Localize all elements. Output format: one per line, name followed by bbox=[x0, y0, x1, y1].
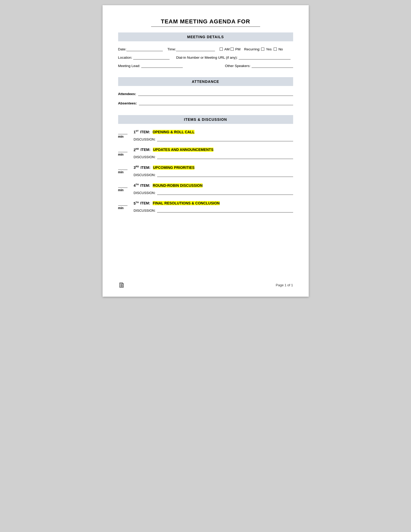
location-field[interactable] bbox=[133, 55, 170, 59]
item-2-min-col: min bbox=[118, 148, 134, 156]
item-1-min-label: min bbox=[118, 135, 124, 138]
item-1-min-line[interactable] bbox=[118, 130, 127, 134]
title-underline bbox=[151, 26, 260, 27]
brand-icon: 🗎 bbox=[118, 281, 125, 289]
item-3-content: 3RD ITEM: UPCOMING PRIORITIES DISCUSSION… bbox=[134, 165, 293, 177]
item-1-min-col: min bbox=[118, 130, 134, 138]
item-5-title: 5TH ITEM: FINAL RESOLUTIONS & CONCLUSION bbox=[134, 201, 293, 205]
item-3-discussion-field[interactable] bbox=[157, 172, 293, 177]
agenda-item-2: min 2ND ITEM: UPDATES AND ANNOUNCEMENTS … bbox=[118, 148, 293, 159]
absentees-row: Absentees: bbox=[118, 101, 293, 105]
item-4-content: 4TH ITEM: ROUND-ROBIN DISCUSSION DISCUSS… bbox=[134, 183, 293, 195]
item-2-min-label: min bbox=[118, 153, 124, 156]
item-4-min-label: min bbox=[118, 188, 124, 192]
attendees-label: Attendees: bbox=[118, 92, 136, 96]
item-3-name: UPCOMING PRIORITIES bbox=[153, 165, 194, 170]
item-5-min-col: min bbox=[118, 201, 134, 210]
item-1-colon: ITEM: bbox=[139, 130, 151, 134]
item-2-discussion: DISCUSSION: bbox=[134, 154, 293, 159]
yes-checkbox-group: Yes bbox=[261, 47, 272, 51]
meeting-details-header: MEETING DETAILS bbox=[118, 32, 293, 41]
item-1-name: OPENING & ROLL CALL bbox=[153, 130, 195, 134]
item-2-discussion-field[interactable] bbox=[157, 154, 293, 159]
meeting-lead-field[interactable] bbox=[141, 64, 183, 68]
item-1-title: 1ST ITEM: OPENING & ROLL CALL bbox=[134, 130, 293, 134]
item-5-min-line[interactable] bbox=[118, 202, 127, 206]
date-label: Date: bbox=[118, 47, 126, 51]
time-field[interactable] bbox=[176, 47, 215, 51]
agenda-item-5: min 5TH ITEM: FINAL RESOLUTIONS & CONCLU… bbox=[118, 201, 293, 213]
item-2-number: 2ND bbox=[134, 148, 139, 152]
item-1-discussion: DISCUSSION: bbox=[134, 137, 293, 141]
yes-label: Yes bbox=[266, 47, 272, 51]
item-2-content: 2ND ITEM: UPDATES AND ANNOUNCEMENTS DISC… bbox=[134, 148, 293, 159]
dialin-field[interactable] bbox=[239, 55, 291, 59]
no-checkbox-group: No bbox=[274, 47, 283, 51]
item-1-content: 1ST ITEM: OPENING & ROLL CALL DISCUSSION… bbox=[134, 130, 293, 141]
items-discussion-header: ITEMS & DISCUSSION bbox=[118, 115, 293, 124]
date-time-row: Date: Time: AM PM Recurring: Yes No bbox=[118, 47, 293, 51]
attendance-block: Attendees: Absentees: bbox=[118, 90, 293, 112]
absentees-label: Absentees: bbox=[118, 101, 137, 105]
dialin-label: Dial-in Number or Meeting URL (if any): bbox=[176, 56, 238, 59]
recurring-label: Recurring: bbox=[244, 47, 260, 51]
agenda-item-3: min 3RD ITEM: UPCOMING PRIORITIES DISCUS… bbox=[118, 165, 293, 177]
item-3-colon: ITEM: bbox=[139, 165, 151, 170]
pm-label: PM bbox=[235, 47, 240, 51]
item-3-min-line[interactable] bbox=[118, 166, 127, 170]
lead-speakers-row: Meeting Lead: Other Speakers: bbox=[118, 64, 293, 68]
yes-checkbox[interactable] bbox=[261, 48, 264, 51]
item-5-discussion-field[interactable] bbox=[157, 208, 293, 212]
item-1-discussion-field[interactable] bbox=[157, 137, 293, 141]
location-row: Location: Dial-in Number or Meeting URL … bbox=[118, 55, 293, 59]
attendees-field[interactable] bbox=[138, 91, 293, 96]
other-speakers-field[interactable] bbox=[252, 64, 293, 68]
item-5-discussion-label: DISCUSSION: bbox=[134, 209, 156, 212]
item-4-number: 4TH bbox=[134, 183, 139, 188]
item-5-content: 5TH ITEM: FINAL RESOLUTIONS & CONCLUSION… bbox=[134, 201, 293, 213]
item-4-discussion-field[interactable] bbox=[157, 190, 293, 195]
item-2-min-line[interactable] bbox=[118, 148, 127, 152]
document-page: TEAM MEETING AGENDA FOR MEETING DETAILS … bbox=[103, 5, 309, 297]
item-4-min-line[interactable] bbox=[118, 184, 127, 188]
item-3-title: 3RD ITEM: UPCOMING PRIORITIES bbox=[134, 165, 293, 170]
absentees-field[interactable] bbox=[139, 101, 293, 105]
page-number: Page 1 of 1 bbox=[276, 283, 293, 287]
no-checkbox[interactable] bbox=[274, 48, 277, 51]
item-4-title: 4TH ITEM: ROUND-ROBIN DISCUSSION bbox=[134, 183, 293, 188]
item-3-min-label: min bbox=[118, 170, 124, 174]
am-checkbox[interactable] bbox=[220, 48, 223, 51]
pm-checkbox-group: PM bbox=[231, 47, 240, 51]
location-label: Location: bbox=[118, 56, 132, 59]
item-3-min-col: min bbox=[118, 165, 134, 174]
attendance-header: ATTENDANCE bbox=[118, 77, 293, 86]
item-3-discussion: DISCUSSION: bbox=[134, 172, 293, 177]
item-5-discussion: DISCUSSION: bbox=[134, 208, 293, 212]
item-5-min-label: min bbox=[118, 206, 124, 210]
page-title: TEAM MEETING AGENDA FOR bbox=[118, 18, 293, 25]
item-4-name: ROUND-ROBIN DISCUSSION bbox=[153, 183, 203, 188]
item-1-discussion-label: DISCUSSION: bbox=[134, 137, 156, 141]
item-5-number: 5TH bbox=[134, 201, 139, 205]
item-2-title: 2ND ITEM: UPDATES AND ANNOUNCEMENTS bbox=[134, 148, 293, 152]
pm-checkbox[interactable] bbox=[231, 48, 234, 51]
other-speakers-label: Other Speakers: bbox=[225, 64, 250, 68]
no-label: No bbox=[278, 47, 283, 51]
agenda-item-4: min 4TH ITEM: ROUND-ROBIN DISCUSSION DIS… bbox=[118, 183, 293, 195]
item-2-discussion-label: DISCUSSION: bbox=[134, 155, 156, 159]
meeting-lead-label: Meeting Lead: bbox=[118, 64, 140, 68]
item-4-min-col: min bbox=[118, 183, 134, 192]
item-4-discussion: DISCUSSION: bbox=[134, 190, 293, 195]
item-4-colon: ITEM: bbox=[139, 183, 151, 188]
item-4-discussion-label: DISCUSSION: bbox=[134, 191, 156, 195]
am-label: AM bbox=[224, 47, 230, 51]
items-block: min 1ST ITEM: OPENING & ROLL CALL DISCUS… bbox=[118, 128, 293, 212]
date-field[interactable] bbox=[126, 47, 163, 51]
attendees-row: Attendees: bbox=[118, 91, 293, 96]
item-2-name: UPDATES AND ANNOUNCEMENTS bbox=[153, 148, 213, 152]
meeting-details-block: Date: Time: AM PM Recurring: Yes No bbox=[118, 45, 293, 75]
am-checkbox-group: AM bbox=[220, 47, 230, 51]
item-3-number: 3RD bbox=[134, 165, 139, 170]
item-5-colon: ITEM: bbox=[139, 201, 151, 205]
item-3-discussion-label: DISCUSSION: bbox=[134, 173, 156, 177]
